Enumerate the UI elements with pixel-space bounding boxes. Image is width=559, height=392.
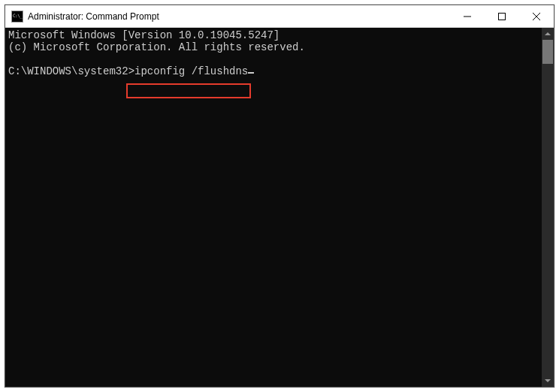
titlebar[interactable]: Administrator: Command Prompt	[5, 5, 554, 28]
svg-marker-5	[545, 379, 551, 382]
minimize-button[interactable]	[450, 5, 485, 27]
svg-marker-4	[545, 32, 551, 35]
scroll-up-arrow[interactable]	[542, 28, 554, 40]
window-title: Administrator: Command Prompt	[28, 11, 450, 22]
version-line: Microsoft Windows [Version 10.0.19045.52…	[8, 29, 280, 41]
vertical-scrollbar[interactable]	[542, 28, 554, 387]
svg-rect-1	[499, 13, 506, 20]
command-prompt-window: Administrator: Command Prompt Microsoft …	[5, 5, 554, 387]
close-button[interactable]	[519, 5, 554, 27]
scrollbar-thumb[interactable]	[542, 40, 553, 64]
scroll-down-arrow[interactable]	[542, 375, 554, 387]
prompt-text: C:\WINDOWS\system32>	[8, 65, 134, 77]
terminal-area[interactable]: Microsoft Windows [Version 10.0.19045.52…	[5, 28, 554, 387]
text-cursor	[248, 72, 254, 74]
maximize-button[interactable]	[485, 5, 519, 27]
window-controls	[450, 5, 554, 27]
cmd-icon	[11, 11, 23, 23]
terminal-output: Microsoft Windows [Version 10.0.19045.52…	[5, 28, 554, 387]
command-text: ipconfig /flushdns	[134, 65, 248, 77]
copyright-line: (c) Microsoft Corporation. All rights re…	[8, 41, 305, 53]
